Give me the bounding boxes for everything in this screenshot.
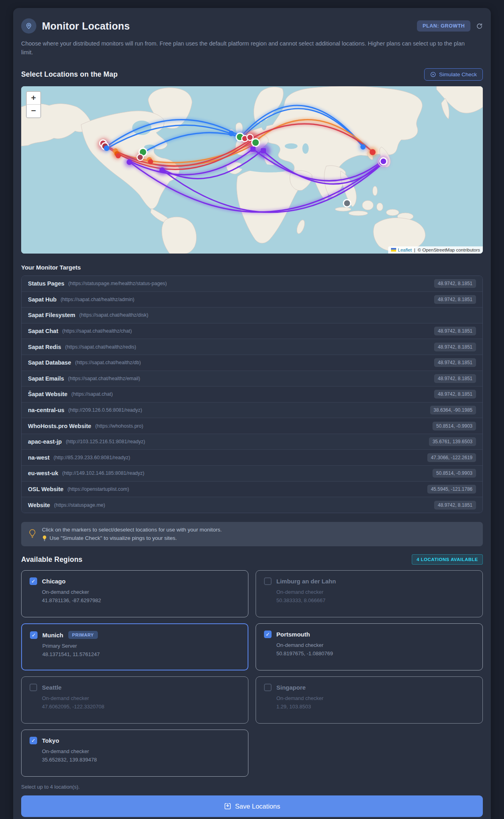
marker-dot-purple-eu1[interactable] xyxy=(250,147,256,152)
table-row: Website(https://statuspage.me)48.9742, 8… xyxy=(22,497,482,513)
simulate-check-button[interactable]: Simulate Check xyxy=(424,68,483,81)
marker-dot-red-us2[interactable] xyxy=(148,159,153,164)
plan-badge: PLAN: GROWTH xyxy=(417,20,470,32)
leaflet-link[interactable]: Leaflet xyxy=(398,248,412,252)
targets-list: Status Pages(https://statuspage.me/healt… xyxy=(21,276,483,513)
region-card-seattle[interactable]: Seattle On-demand checker 47.6062095, -1… xyxy=(21,676,248,724)
target-coords-badge: 48.9742, 8.1851 xyxy=(434,390,476,399)
marker-dot-red-korea[interactable] xyxy=(370,149,376,155)
region-card-munich[interactable]: ✓MunichPRIMARY Primary Server 48.1371541… xyxy=(21,623,248,670)
page-description: Choose where your distributed monitors w… xyxy=(21,39,476,57)
target-name: Šapat Website xyxy=(28,391,67,397)
monitor-locations-card: Monitor Locations PLAN: GROWTH Choose wh… xyxy=(13,8,491,819)
tip-line-1: Click on the markers to select/deselect … xyxy=(42,526,222,534)
target-url: (https://sapat.chat/healthz/redis) xyxy=(65,344,434,350)
marker-dot-blue-us[interactable] xyxy=(104,145,109,151)
target-coords-badge: 48.9742, 8.1851 xyxy=(434,327,476,335)
target-name: Sapat Filesystem xyxy=(28,312,75,318)
target-name: na-central-us xyxy=(28,407,64,413)
target-url: (https://sapat.chat/healthz/db) xyxy=(75,360,434,365)
checkbox-portsmouth[interactable]: ✓ xyxy=(264,631,272,638)
check-icon: ✓ xyxy=(31,738,36,744)
target-coords-badge: 47.3066, -122.2619 xyxy=(427,453,476,462)
marker-dot-red-us1[interactable] xyxy=(116,153,121,158)
marker-singapore[interactable] xyxy=(343,199,351,207)
refresh-icon[interactable] xyxy=(476,23,483,30)
checkbox-singapore[interactable] xyxy=(264,684,272,691)
checkbox-limburg[interactable] xyxy=(264,577,272,585)
table-row: WhoHosts.pro Website(https://whohosts.pr… xyxy=(22,418,482,434)
target-name: apac-east-jp xyxy=(28,438,62,445)
marker-dot-purple-us1[interactable] xyxy=(127,159,132,165)
target-coords-badge: 38.6364, -90.1985 xyxy=(430,406,476,414)
target-url: (https://sapat.chat/healthz/disk) xyxy=(79,312,476,318)
primary-badge: PRIMARY xyxy=(68,631,98,639)
marker-maroon-us[interactable] xyxy=(137,154,144,161)
target-coords-badge: 45.5945, -121.1786 xyxy=(427,485,476,494)
target-url: (https://whohosts.pro) xyxy=(95,423,433,429)
marker-dot-purple-eu2[interactable] xyxy=(261,148,266,153)
target-coords-badge: 35.6761, 139.6503 xyxy=(429,437,476,446)
table-row: OSL Website(https://openstartuplist.com)… xyxy=(22,482,482,498)
map-attribution: Leaflet | © OpenStreetMap contributors xyxy=(388,246,483,254)
region-card-limburg[interactable]: Limburg an der Lahn On-demand checker 50… xyxy=(256,570,483,617)
region-card-tokyo[interactable]: ✓Tokyo On-demand checker 35.652832, 139.… xyxy=(21,730,248,777)
target-coords-badge: 48.9742, 8.1851 xyxy=(434,374,476,383)
table-row: Sapat Filesystem(https://sapat.chat/heal… xyxy=(22,307,482,323)
play-circle-icon xyxy=(430,71,436,77)
table-row: na-central-us(http://209.126.0.56:8081/r… xyxy=(22,403,482,418)
target-url: (https://sapat.chat/healthz/email) xyxy=(68,376,434,381)
marker-munich[interactable] xyxy=(251,138,260,147)
target-url: (https://openstartuplist.com) xyxy=(67,486,427,492)
zoom-in-button[interactable]: + xyxy=(27,92,40,105)
target-name: Sapat Database xyxy=(28,359,71,366)
table-row: na-west(http://85.239.233.60:8081/readyz… xyxy=(22,450,482,466)
marker-tokyo[interactable] xyxy=(378,156,389,167)
regions-grid: ✓Chicago On-demand checker 41.8781136, -… xyxy=(21,570,483,777)
marker-dot-blue-uk[interactable] xyxy=(228,131,234,136)
table-row: Sapat Chat(https://sapat.chat/healthz/ch… xyxy=(22,323,482,339)
target-name: Sapat Chat xyxy=(28,328,58,334)
target-coords-badge: 48.9742, 8.1851 xyxy=(434,295,476,304)
save-icon xyxy=(224,803,231,810)
checkbox-chicago[interactable]: ✓ xyxy=(30,577,37,585)
region-card-chicago[interactable]: ✓Chicago On-demand checker 41.8781136, -… xyxy=(21,570,248,617)
osm-attribution-link[interactable]: © OpenStreetMap contributors xyxy=(418,248,480,252)
page-background: Monitor Locations PLAN: GROWTH Choose wh… xyxy=(0,0,504,819)
target-name: Sapat Redis xyxy=(28,344,61,350)
checkbox-seattle[interactable] xyxy=(30,684,37,691)
target-name: eu-west-uk xyxy=(28,470,58,476)
leaflet-flag-icon xyxy=(391,248,396,252)
targets-heading: Your Monitor Targets xyxy=(21,264,483,271)
tip-box: Click on the markers to select/deselect … xyxy=(21,522,483,546)
checkbox-tokyo[interactable]: ✓ xyxy=(30,737,37,744)
marker-dot-blue-asia[interactable] xyxy=(361,144,366,149)
table-row: Sapat Database(https://sapat.chat/health… xyxy=(22,355,482,371)
region-card-portsmouth[interactable]: ✓Portsmouth On-demand checker 50.8197675… xyxy=(256,623,483,670)
header: Monitor Locations PLAN: GROWTH xyxy=(21,18,483,34)
locations-available-badge: 4 LOCATIONS AVAILABLE xyxy=(412,554,483,565)
save-locations-button[interactable]: Save Locations xyxy=(21,795,483,817)
target-url: (https://statuspage.me/healthz/status-pa… xyxy=(68,281,434,286)
check-icon: ✓ xyxy=(31,578,36,584)
tip-text: Click on the markers to select/deselect … xyxy=(42,526,222,543)
world-map[interactable]: + − Leaflet | © OpenStreetMap contributo… xyxy=(21,86,483,254)
target-name: OSL Website xyxy=(28,486,63,492)
table-row: Status Pages(https://statuspage.me/healt… xyxy=(22,276,482,292)
zoom-out-button[interactable]: − xyxy=(27,105,40,117)
map-canvas xyxy=(21,86,483,254)
target-url: (https://sapat.chat/healthz/admin) xyxy=(61,297,435,302)
target-name: na-west xyxy=(28,454,50,461)
check-icon: ✓ xyxy=(266,631,270,637)
target-coords-badge: 48.9742, 8.1851 xyxy=(434,279,476,288)
region-card-singapore[interactable]: Singapore On-demand checker 1.29, 103.85… xyxy=(256,676,483,724)
checkbox-munich[interactable]: ✓ xyxy=(30,631,38,639)
table-row: Sapat Emails(https://sapat.chat/healthz/… xyxy=(22,371,482,387)
map-zoom-control: + − xyxy=(26,91,41,118)
marker-dot-purple-us2[interactable] xyxy=(159,167,165,173)
target-url: (http://85.239.233.60:8081/readyz) xyxy=(54,455,427,460)
table-row: eu-west-uk(http://149.102.146.185:8081/r… xyxy=(22,466,482,482)
target-coords-badge: 50.8514, -0.9903 xyxy=(433,422,476,430)
target-url: (https://statuspage.me) xyxy=(54,502,434,508)
map-section-header: Select Locations on the Map Simulate Che… xyxy=(21,68,483,81)
